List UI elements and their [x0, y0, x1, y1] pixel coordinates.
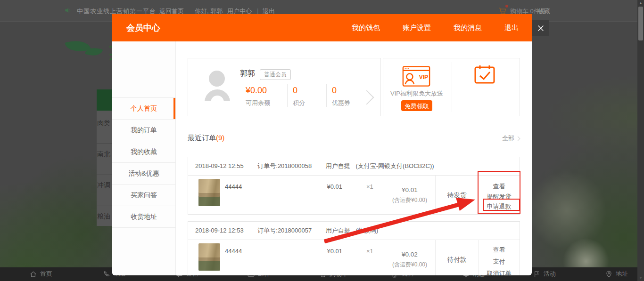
recent-orders-count: (9) — [216, 134, 224, 142]
recent-orders-title: 最近订单(9) — [188, 134, 224, 143]
bottombar-label: 首页 — [40, 270, 52, 278]
points-value: 0 — [293, 86, 305, 96]
product-name[interactable]: 44444 — [225, 248, 242, 255]
member-level-badge: 普通会员 — [260, 69, 291, 80]
order-product-cell: 44444 ¥0.01 ×1 — [188, 176, 384, 215]
modal-header: 会员中心 我的钱包 账户设置 我的消息 退出 — [112, 14, 532, 41]
order-total-cell: ¥0.01 (含运费¥0.00) — [384, 176, 435, 215]
close-icon — [537, 24, 545, 32]
favorite-link: 收藏 — [538, 7, 550, 16]
vip-panel: VIP VIP福利限免大放送 免费领取 — [383, 58, 520, 116]
page-scrollbar[interactable]: ▲ ▼ — [637, 0, 644, 281]
member-center-modal: 会员中心 我的钱包 账户设置 我的消息 退出 个人首页 我的订单 我的收藏 活动… — [112, 14, 532, 275]
bottombar-item-home: 首页 — [29, 270, 52, 278]
order-total: ¥0.02 — [402, 251, 418, 258]
order-number: 订单号:2018000057 — [257, 227, 312, 234]
order-body: 44444 ¥0.01 ×1 ¥0.01 (含运费¥0.00) 待发货 查看 提… — [188, 176, 520, 215]
action-cancel-order[interactable]: 取消订单 — [479, 267, 520, 275]
coupons-label: 优惠券 — [332, 99, 350, 107]
recent-orders-label: 最近订单 — [188, 134, 216, 142]
avatar — [209, 71, 225, 87]
category-item: 肉类 — [97, 119, 110, 128]
sidebar-item-shipping-address[interactable]: 收货地址 — [112, 206, 175, 228]
view-all-link[interactable]: 全部 — [502, 134, 520, 143]
order-status: 待发货 — [447, 191, 467, 200]
order-body: 44444 ¥0.01 ×1 ¥0.02 (含运费¥0.00) 待付款 查看 支… — [188, 240, 520, 275]
nav-my-wallet[interactable]: 我的钱包 — [352, 24, 380, 32]
category-item: 南北 — [97, 150, 110, 159]
stat-divider — [287, 84, 288, 107]
order-delivery-method: 用户自提 — [326, 162, 350, 169]
order-actions-cell: 查看 提醒发货 申请退款 — [478, 176, 520, 215]
stat-balance: ¥0.00 可用余额 — [246, 86, 270, 107]
order-payment-method: (收款码) — [355, 227, 378, 234]
bottombar-item-address: 地址 — [605, 270, 628, 278]
order-delivery-method: 用户自提 — [326, 227, 350, 234]
cart-badge-dot — [505, 5, 508, 8]
sidebar-item-personal-home[interactable]: 个人首页 — [112, 97, 175, 120]
nav-logout[interactable]: 退出 — [504, 24, 519, 32]
scroll-down-arrow[interactable]: ▼ — [639, 276, 643, 280]
chevron-right-icon — [516, 136, 520, 141]
sidebar-item-my-favorites[interactable]: 我的收藏 — [112, 141, 175, 163]
order-shipping-note: (含运费¥0.00) — [392, 261, 427, 269]
action-request-refund[interactable]: 申请退款 — [479, 201, 520, 212]
product-name[interactable]: 44444 — [225, 183, 242, 190]
action-pay[interactable]: 支付 — [479, 256, 520, 267]
order-card: 2018-09-12 12:55 订单号:2018000058 用户自提 (支付… — [188, 157, 520, 215]
avatar-torso — [203, 88, 231, 101]
order-status-cell: 待付款 — [435, 240, 478, 275]
order-product-cell: 44444 ¥0.01 ×1 — [188, 240, 384, 275]
user-name: 郭郭 — [240, 69, 255, 79]
action-remind-shipment[interactable]: 提醒发货 — [479, 192, 520, 202]
chevron-right-icon[interactable] — [359, 90, 374, 104]
action-view[interactable]: 查看 — [479, 181, 520, 192]
order-number: 订单号:2018000058 — [257, 162, 312, 169]
announcement-speaker-icon — [64, 6, 73, 16]
stat-points: 0 积分 — [293, 86, 305, 107]
nav-account-settings[interactable]: 账户设置 — [403, 24, 431, 32]
sidebar-item-my-orders[interactable]: 我的订单 — [112, 120, 175, 141]
panel-divider — [452, 62, 452, 112]
order-header: 2018-09-12 12:53 订单号:2018000057 用户自提 (收款… — [188, 222, 520, 240]
stat-coupons: 0 优惠券 — [332, 86, 350, 107]
order-card: 2018-09-12 12:53 订单号:2018000057 用户自提 (收款… — [188, 221, 520, 275]
home-icon — [29, 270, 37, 278]
user-info-panel: 郭郭 普通会员 ¥0.00 可用余额 0 积分 0 优惠券 — [188, 58, 381, 116]
order-payment-method: (支付宝-网银支付(BOCB2C)) — [355, 162, 434, 169]
page: 中国农业线上营销第一平台 返回首页 你好, 郭郭 用户中心 | 退出 购物车 0… — [0, 0, 644, 281]
flag-icon — [533, 270, 541, 278]
free-claim-button[interactable]: 免费领取 — [401, 100, 432, 111]
scroll-up-arrow[interactable]: ▲ — [639, 1, 643, 5]
order-total-cell: ¥0.02 (含运费¥0.00) — [384, 240, 435, 275]
order-shipping-note: (含运费¥0.00) — [392, 196, 427, 204]
vip-caption: VIP福利限免大放送 — [383, 89, 450, 98]
order-header: 2018-09-12 12:55 订单号:2018000058 用户自提 (支付… — [188, 157, 520, 176]
modal-nav: 我的钱包 账户设置 我的消息 退出 — [352, 14, 519, 41]
order-actions-cell: 查看 支付 取消订单 — [478, 240, 520, 275]
phone-icon — [103, 270, 111, 278]
order-total: ¥0.01 — [402, 186, 418, 193]
sidebar-item-activities-coupons[interactable]: 活动&优惠 — [112, 163, 175, 185]
product-thumbnail[interactable] — [198, 179, 220, 206]
view-all-label: 全部 — [502, 135, 514, 142]
modal-content: 郭郭 普通会员 ¥0.00 可用余额 0 积分 0 优惠券 — [176, 41, 532, 275]
category-item: 冲调 — [97, 181, 110, 190]
calendar-check-icon[interactable] — [474, 64, 495, 86]
order-status: 待付款 — [447, 256, 467, 264]
close-button[interactable] — [532, 20, 549, 36]
action-view[interactable]: 查看 — [479, 244, 520, 256]
balance-value: ¥0.00 — [246, 86, 270, 96]
product-quantity: ×1 — [366, 248, 373, 255]
product-thumbnail[interactable] — [198, 243, 220, 271]
order-status-cell: 待发货 — [435, 176, 478, 215]
topbar-divider: | — [257, 7, 258, 14]
nav-my-messages[interactable]: 我的消息 — [454, 24, 482, 32]
modal-title: 会员中心 — [126, 14, 160, 41]
sidebar-item-buyer-qa[interactable]: 买家问答 — [112, 185, 175, 206]
scrollbar-thumb[interactable] — [638, 7, 643, 40]
order-datetime: 2018-09-12 12:53 — [195, 227, 244, 234]
modal-sidebar: 个人首页 我的订单 我的收藏 活动&优惠 买家问答 收货地址 — [112, 41, 176, 275]
stat-divider — [326, 84, 327, 107]
vip-icon-text: VIP — [419, 74, 428, 80]
